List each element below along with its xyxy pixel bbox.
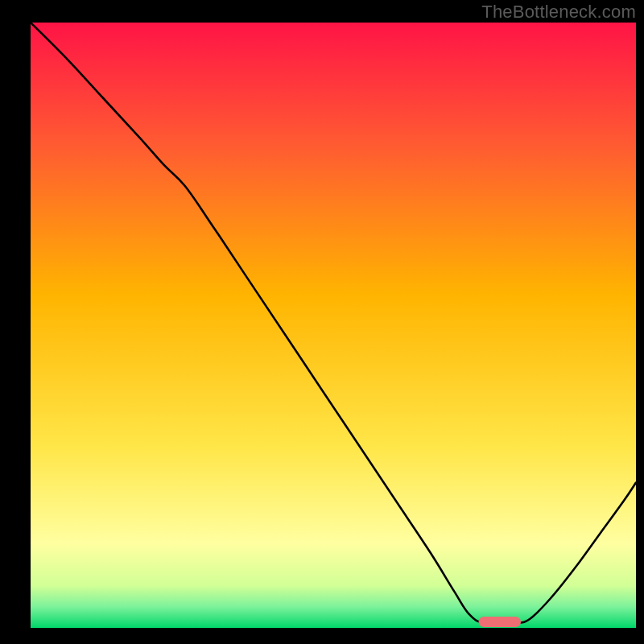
watermark-text: TheBottleneck.com (481, 2, 636, 23)
chart-frame: TheBottleneck.com (0, 0, 644, 644)
marker-layer (479, 617, 522, 627)
gradient-background (31, 23, 636, 628)
bottleneck-chart (31, 23, 636, 628)
optimal-range-marker (479, 617, 522, 627)
